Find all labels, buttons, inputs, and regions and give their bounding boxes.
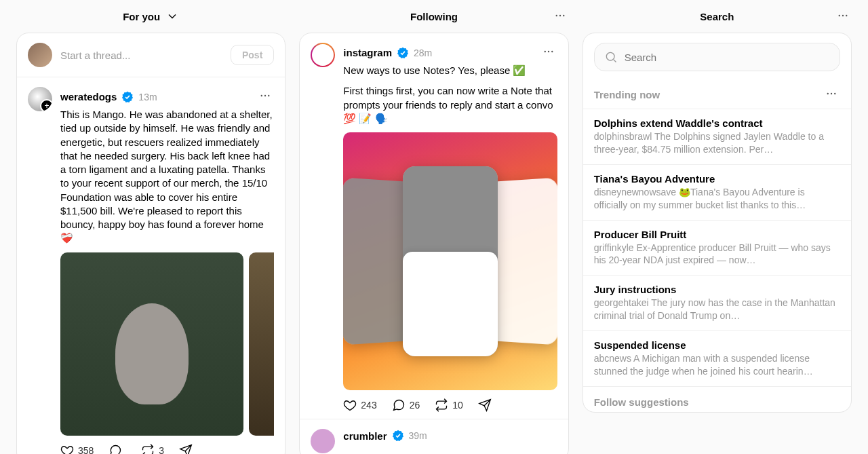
trend-desc: dolphinsbrawl The Dolphins signed Jaylen… — [594, 130, 840, 156]
share-button[interactable] — [478, 398, 492, 412]
trend-title: Dolphins extend Waddle's contract — [594, 117, 840, 129]
trend-title: Producer Bill Pruitt — [594, 229, 840, 240]
search-icon — [604, 50, 618, 64]
column-title: For you — [123, 11, 160, 22]
column-more-button[interactable] — [834, 7, 852, 26]
post-actions: 358 3 — [28, 444, 274, 455]
post-media[interactable] — [343, 132, 557, 390]
heart-icon — [343, 398, 357, 412]
avatar[interactable] — [28, 87, 52, 111]
post-more-button[interactable] — [540, 43, 557, 62]
post-actions: 243 26 10 — [311, 398, 557, 412]
column-following: Following instagram 28m New ways to use … — [299, 0, 568, 454]
username[interactable]: instagram — [343, 47, 392, 58]
post-more-button[interactable] — [256, 87, 274, 107]
reply-button[interactable]: 26 — [392, 398, 420, 412]
trend-title: Jury instructions — [594, 284, 840, 295]
column-more-button[interactable] — [551, 7, 569, 26]
column-search: Search Trending now Dolphins extend Wadd… — [583, 0, 852, 454]
post: instagram 28m New ways to use Notes? Yes… — [300, 33, 568, 419]
column-header-search: Search — [583, 0, 852, 33]
search-box[interactable] — [594, 43, 840, 71]
post-image[interactable] — [60, 252, 243, 436]
timestamp: 39m — [409, 430, 427, 441]
reply-icon — [392, 398, 406, 412]
avatar[interactable] — [311, 43, 335, 67]
post-text: First things first, you can now write a … — [343, 84, 557, 126]
like-count: 358 — [78, 445, 94, 455]
trend-item[interactable]: Suspended license abcnews A Michigan man… — [583, 330, 851, 386]
trend-desc: disneynewnowsave 🐸Tiana's Bayou Adventur… — [594, 186, 840, 212]
post-button[interactable]: Post — [231, 45, 274, 65]
send-icon — [179, 444, 193, 455]
post-media[interactable] — [60, 252, 274, 436]
column-header-for-you[interactable]: For you — [16, 0, 285, 33]
repost-icon — [435, 398, 448, 412]
repost-button[interactable]: 10 — [435, 398, 463, 412]
trend-source: disneynewnowsave — [594, 187, 676, 197]
post-image[interactable] — [249, 252, 274, 436]
trend-title: Tiana's Bayou Adventure — [594, 173, 840, 185]
avatar[interactable] — [28, 43, 52, 67]
search-input[interactable] — [625, 52, 830, 63]
repost-count: 3 — [159, 445, 164, 455]
repost-icon — [141, 444, 155, 455]
trend-item[interactable]: Dolphins extend Waddle's contract dolphi… — [583, 109, 851, 164]
verified-icon — [396, 46, 410, 60]
trend-source: abcnews — [594, 353, 631, 364]
verified-icon — [121, 90, 134, 104]
trend-desc: griffinkyle Ex-Apprentice producer Bill … — [594, 242, 840, 267]
like-count: 243 — [361, 400, 376, 411]
trend-item[interactable]: Tiana's Bayou Adventure disneynewnowsave… — [583, 164, 851, 220]
column-title: Following — [410, 11, 458, 22]
post-text: New ways to use Notes? Yes, please ✅ — [343, 64, 557, 77]
post-text: This is Mango. He was abandoned at a she… — [60, 108, 274, 246]
trend-source: georgehtakei — [594, 297, 649, 308]
follow-suggestions-header: Follow suggestions — [583, 386, 851, 412]
trend-item[interactable]: Producer Bill Pruitt griffinkyle Ex-Appr… — [583, 220, 851, 276]
for-you-card: Start a thread... Post weratedogs 13m Th… — [16, 33, 285, 454]
trending-more-button[interactable] — [823, 85, 840, 105]
trend-title: Suspended license — [594, 339, 840, 351]
trend-desc: abcnews A Michigan man with a suspended … — [594, 352, 840, 378]
chevron-down-icon[interactable] — [165, 10, 179, 23]
reply-icon — [108, 444, 122, 455]
timestamp: 13m — [138, 92, 157, 102]
like-button[interactable]: 358 — [60, 444, 94, 455]
share-button[interactable] — [179, 444, 193, 455]
username[interactable]: weratedogs — [60, 91, 117, 102]
column-title: Search — [700, 11, 734, 22]
reply-button[interactable] — [108, 444, 126, 455]
avatar[interactable] — [311, 429, 335, 453]
following-card: instagram 28m New ways to use Notes? Yes… — [299, 33, 568, 454]
column-for-you: For you Start a thread... Post weratedog… — [16, 0, 285, 454]
column-header-following: Following — [299, 0, 568, 33]
send-icon — [478, 398, 492, 412]
post: crumbler 39m — [300, 419, 568, 454]
reply-count: 26 — [410, 400, 420, 411]
search-card: Trending now Dolphins extend Waddle's co… — [583, 33, 852, 413]
verified-icon — [391, 429, 405, 442]
trend-item[interactable]: Jury instructions georgehtakei The jury … — [583, 275, 851, 330]
trend-source: griffinkyle — [594, 242, 634, 253]
heart-icon — [60, 444, 74, 455]
composer-input[interactable]: Start a thread... — [60, 50, 222, 61]
post: weratedogs 13m This is Mango. He was aba… — [17, 77, 285, 454]
like-button[interactable]: 243 — [343, 398, 376, 412]
repost-count: 10 — [452, 400, 463, 411]
composer: Start a thread... Post — [17, 33, 285, 77]
post-image[interactable] — [343, 132, 557, 390]
repost-button[interactable]: 3 — [141, 444, 164, 455]
trend-desc: georgehtakei The jury now has the case i… — [594, 297, 840, 322]
username[interactable]: crumbler — [343, 430, 387, 442]
trending-header: Trending now — [583, 75, 851, 109]
trend-source: dolphinsbrawl — [594, 131, 652, 142]
timestamp: 28m — [414, 48, 432, 58]
